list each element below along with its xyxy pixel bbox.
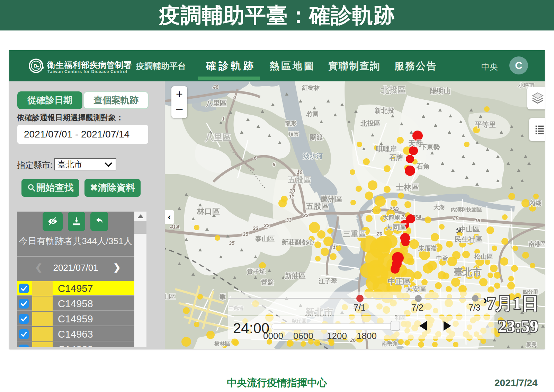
svg-text:35: 35 <box>243 231 249 237</box>
svg-text:大龍峒: 大龍峒 <box>383 214 401 221</box>
svg-text:新莊區: 新莊區 <box>285 272 306 279</box>
svg-text:石牌: 石牌 <box>389 154 403 161</box>
svg-text:臺北市: 臺北市 <box>454 267 482 277</box>
svg-text:林口區: 林口區 <box>197 207 220 216</box>
svg-text:41A: 41A <box>170 224 180 230</box>
svg-text:五股區: 五股區 <box>306 202 329 211</box>
svg-text:士林區: 士林區 <box>396 183 419 191</box>
svg-text:中崙: 中崙 <box>436 255 448 261</box>
svg-text:頂寮: 頂寮 <box>288 131 299 137</box>
svg-text:貴子坑: 貴子坑 <box>247 268 266 275</box>
svg-text:新北投: 新北投 <box>374 107 395 114</box>
svg-text:48: 48 <box>213 84 219 90</box>
svg-text:紅樹林: 紅樹林 <box>302 84 320 91</box>
svg-text:1: 1 <box>222 116 225 122</box>
svg-text:八里區: 八里區 <box>205 132 231 142</box>
svg-text:11: 11 <box>289 194 294 199</box>
svg-text:內湖: 內湖 <box>529 200 542 207</box>
svg-text:北投區: 北投區 <box>381 85 406 95</box>
svg-text:關渡: 關渡 <box>310 134 323 141</box>
svg-text:三重區: 三重區 <box>343 230 366 238</box>
svg-text:C: C <box>36 65 39 70</box>
svg-text:山區: 山區 <box>165 293 175 300</box>
svg-text:龍形: 龍形 <box>285 121 297 126</box>
svg-text:33: 33 <box>286 217 292 223</box>
svg-text:江子翠: 江子翠 <box>318 278 337 285</box>
svg-text:18: 18 <box>475 217 481 223</box>
svg-text:6: 6 <box>272 161 276 167</box>
svg-text:石角: 石角 <box>416 163 430 170</box>
svg-text:泰山區: 泰山區 <box>255 235 275 242</box>
svg-text:6: 6 <box>254 155 257 161</box>
svg-text:32: 32 <box>303 212 309 218</box>
svg-text:新莊副都心: 新莊副都心 <box>282 239 315 246</box>
svg-text:中正區: 中正區 <box>388 277 411 286</box>
svg-text:八里區: 八里區 <box>206 99 227 107</box>
svg-text:10: 10 <box>289 188 295 194</box>
svg-text:景美: 景美 <box>526 341 537 347</box>
svg-text:35: 35 <box>229 240 235 246</box>
svg-text:下東勢: 下東勢 <box>420 143 440 151</box>
svg-text:33: 33 <box>253 225 259 231</box>
svg-text:10: 10 <box>297 169 303 175</box>
svg-text:營盤: 營盤 <box>261 279 274 286</box>
svg-text:20: 20 <box>376 231 383 237</box>
svg-text:20: 20 <box>453 215 459 221</box>
svg-text:南港區: 南港區 <box>529 241 545 247</box>
svg-text:內湖科技園區: 內湖科技園區 <box>451 206 482 212</box>
svg-text:唭哩岸: 唭哩岸 <box>376 145 397 153</box>
svg-text:松山區: 松山區 <box>474 253 493 260</box>
svg-text:北投區: 北投區 <box>360 120 381 127</box>
svg-text:五股區: 五股區 <box>288 176 311 184</box>
svg-text:竹圍: 竹圍 <box>306 111 319 117</box>
svg-text:淡水河: 淡水河 <box>303 152 323 160</box>
svg-text:平等里: 平等里 <box>475 121 496 128</box>
svg-text:陽明山: 陽明山 <box>430 87 451 95</box>
svg-text:蘆洲區: 蘆洲區 <box>320 195 342 203</box>
svg-text:南勢角: 南勢角 <box>381 341 398 347</box>
svg-text:大湖: 大湖 <box>434 204 445 210</box>
svg-text:0: 0 <box>233 94 236 100</box>
svg-text:大同區: 大同區 <box>385 223 406 231</box>
svg-text:樹林區: 樹林區 <box>214 340 230 346</box>
svg-text:朱厝崙: 朱厝崙 <box>418 245 437 252</box>
svg-text:32: 32 <box>264 222 270 228</box>
